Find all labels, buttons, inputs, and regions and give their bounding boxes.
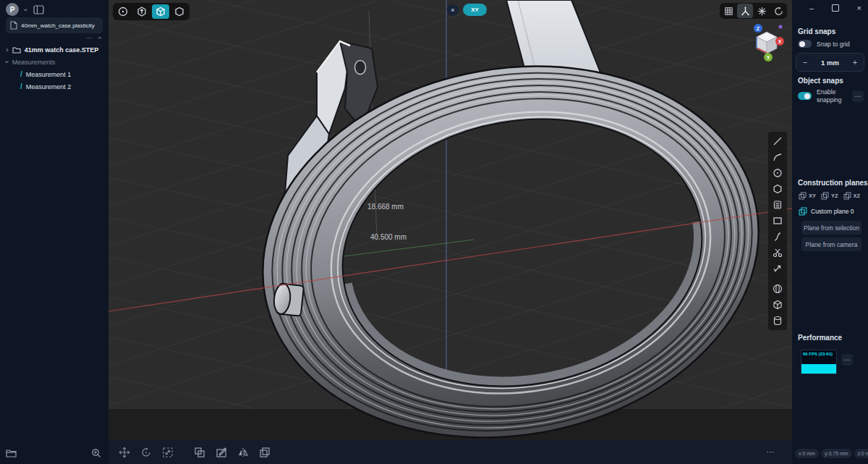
document-tab[interactable]: 40mm_watch_case.plasticity (6, 17, 103, 33)
tree-item-measurements-group[interactable]: › Measurements (0, 56, 109, 68)
lug-hole (355, 61, 366, 75)
performance-more-button[interactable]: ⋯ (841, 354, 853, 366)
view-cube[interactable]: Z X Y (746, 22, 787, 62)
mirror-icon (237, 446, 250, 459)
decrement-button[interactable]: − (796, 58, 814, 67)
text-tool-button[interactable] (769, 197, 786, 213)
increment-button[interactable]: + (846, 58, 864, 67)
plane-label: XY (809, 193, 816, 199)
measurement-icon: / (20, 83, 22, 90)
object-snaps-more-button[interactable]: ⋯ (852, 90, 864, 102)
sheet-mode-button[interactable] (133, 4, 150, 19)
tree-item-label: Measurements (12, 59, 56, 66)
measurement-label-2: 40.500 mm (370, 233, 407, 241)
line-tool-button[interactable] (769, 133, 786, 149)
orbit-refresh-button[interactable] (770, 4, 786, 18)
snap-to-grid-toggle[interactable] (798, 40, 812, 48)
toggle-sidebar-icon[interactable] (33, 5, 44, 14)
open-folder-icon[interactable] (6, 449, 17, 457)
scissors-icon (772, 247, 783, 258)
custom-plane-row[interactable]: Custom plane 0 (799, 207, 854, 216)
polygon-tool-button[interactable] (769, 181, 786, 197)
app-menu-chevron-icon[interactable]: › (22, 8, 30, 11)
grid-size-stepper: − 1 mm + (796, 53, 864, 72)
sphere-tool-button[interactable] (769, 281, 786, 297)
tree-item-step-file[interactable]: › 41mm watch case.STEP (0, 43, 109, 56)
cut-tool-button[interactable] (213, 444, 230, 460)
tree-item-measurement-2[interactable]: / Measurement 2 (0, 80, 109, 93)
snap-to-grid-row: Snap to grid (798, 40, 850, 48)
outliner-more-icon[interactable]: ⋯ (85, 34, 93, 42)
plane-xy-button[interactable]: XY (799, 192, 816, 200)
boolean-tool-button[interactable] (191, 444, 208, 460)
line-icon (772, 135, 783, 147)
toolbar-more-button[interactable]: ⋯ (762, 444, 779, 460)
enable-snapping-toggle[interactable] (798, 92, 812, 100)
circle-tool-button[interactable] (769, 165, 786, 181)
expand-chevron-icon[interactable]: › (6, 46, 9, 54)
mesh-mode-button[interactable] (171, 4, 188, 19)
cylinder-icon (772, 315, 783, 326)
polygon-icon (772, 183, 783, 195)
box-tool-button[interactable] (769, 297, 786, 313)
axis-ball-x[interactable]: X (775, 37, 784, 46)
render-grid-icon (723, 6, 734, 17)
plane-from-selection-button[interactable]: Plane from selection (801, 221, 861, 235)
offset-tool-button[interactable] (769, 261, 786, 277)
tree-item-measurement-1[interactable]: / Measurement 1 (0, 68, 109, 80)
move-tool-button[interactable] (116, 444, 133, 460)
folder-icon (12, 46, 21, 54)
zoom-search-icon[interactable] (91, 448, 101, 458)
3d-viewport-canvas[interactable]: 18.668 mm 40.500 mm (109, 0, 792, 464)
box-icon (772, 299, 783, 311)
close-button-icon[interactable]: × (857, 4, 861, 12)
plane-icon (843, 192, 851, 200)
sidebar-footer (0, 442, 109, 464)
minimize-button-icon[interactable]: – (809, 4, 814, 12)
mirror-tool-button[interactable] (234, 444, 252, 460)
rotate-tool-button[interactable] (137, 444, 155, 460)
performance-title: Performance (798, 334, 842, 342)
enable-snapping-row: Enable snapping ⋯ (798, 88, 864, 104)
rectangle-tool-button[interactable] (769, 213, 786, 229)
plane-from-camera-button[interactable]: Plane from camera (801, 237, 861, 251)
fps-bar (801, 364, 836, 374)
solid-mode-button[interactable] (152, 4, 169, 19)
axis-ball-y[interactable]: Y (764, 53, 773, 62)
spline-tool-button[interactable] (769, 229, 786, 245)
svg-text:Y: Y (767, 55, 770, 60)
scale-icon (161, 446, 174, 459)
sketch-mode-button[interactable] (114, 4, 132, 19)
transform-toolbar: ⋯ (109, 440, 792, 464)
crown-knob[interactable] (273, 283, 304, 316)
collapse-chevron-icon[interactable]: › (3, 61, 11, 64)
sheet-mode-icon (136, 6, 148, 17)
trim-tool-button[interactable] (769, 245, 786, 261)
snowflake-freeze-button[interactable] (754, 4, 770, 18)
maximize-button-icon[interactable] (832, 4, 839, 12)
outliner-collapse-icon[interactable]: › (96, 37, 104, 40)
render-mode-button[interactable] (720, 4, 736, 18)
offset-arrow-icon (772, 263, 783, 274)
plane-xz-button[interactable]: XZ (843, 192, 861, 200)
measurement-icon: / (20, 70, 22, 78)
scale-tool-button[interactable] (159, 444, 176, 460)
rotate-icon (140, 446, 153, 459)
grid-size-value[interactable]: 1 mm (814, 59, 846, 67)
plane-yz-button[interactable]: YZ (821, 192, 838, 200)
plane-close-button[interactable]: × (447, 4, 459, 16)
axis-ball-z[interactable]: Z (754, 24, 762, 33)
arc-tool-button[interactable] (769, 149, 786, 165)
app-logo[interactable]: P (6, 3, 19, 16)
gizmo-toggle-button[interactable] (737, 4, 753, 18)
sphere-icon (772, 283, 783, 295)
duplicate-tool-button[interactable] (256, 444, 273, 460)
duplicate-icon (258, 446, 271, 459)
mode-toolbar (113, 3, 190, 20)
active-plane-badge: × XY (447, 4, 487, 16)
cylinder-tool-button[interactable] (769, 313, 786, 329)
axis-gizmo-icon (740, 6, 751, 17)
plane-label-pill[interactable]: XY (463, 4, 487, 16)
viewport[interactable]: 18.668 mm 40.500 mm (109, 0, 792, 464)
text-slot-icon (772, 199, 783, 211)
